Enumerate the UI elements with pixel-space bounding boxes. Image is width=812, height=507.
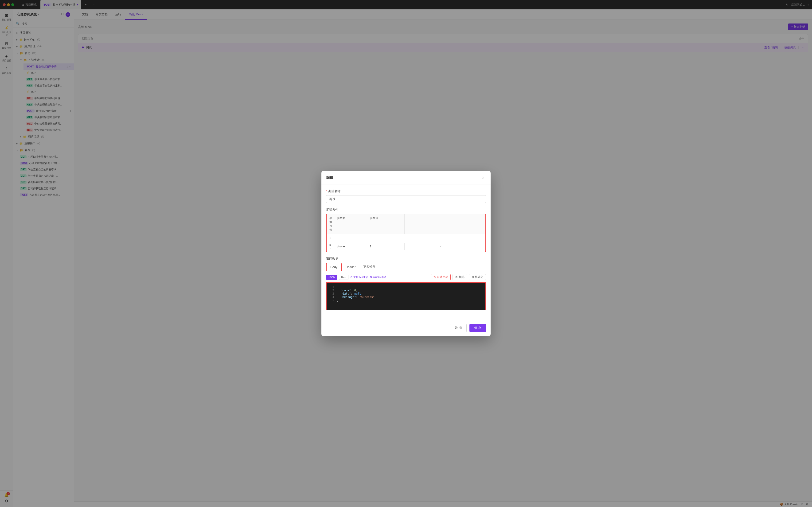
- preview-icon: 👁: [455, 276, 458, 279]
- condition-col-name: 参数名: [334, 214, 367, 234]
- save-button[interactable]: 保 存: [469, 324, 486, 332]
- format-button[interactable]: ⊞ 格式化: [469, 274, 486, 280]
- nunjucks-link[interactable]: Nunjucks 语法: [370, 275, 387, 279]
- auto-gen-icon: ↻: [433, 276, 436, 279]
- code-val-2: 0,: [354, 289, 358, 292]
- param-value-cell[interactable]: [367, 243, 405, 250]
- return-data-label: 返回数据: [326, 257, 486, 261]
- auto-gen-label: 自动生成: [437, 275, 448, 279]
- return-tab-header[interactable]: Header: [342, 263, 360, 271]
- line-num-1: 1: [330, 285, 334, 289]
- modal-close-button[interactable]: ×: [480, 175, 486, 180]
- condition-col-value: 参数值: [367, 214, 405, 234]
- condition-table: 参数位置 参数名 参数值 ≡ body query: [326, 214, 486, 252]
- delete-cell[interactable]: ×: [405, 243, 477, 250]
- period-name-section: 期望名称: [326, 189, 486, 203]
- code-key-3: "data": [341, 292, 351, 295]
- code-line-4: 4 "message": "success": [330, 295, 482, 299]
- position-select[interactable]: body query header: [330, 243, 331, 246]
- code-val-4: "success": [359, 295, 374, 299]
- code-indent-4: "message": "success": [337, 295, 375, 299]
- raw-format-btn[interactable]: Raw: [339, 275, 348, 280]
- drag-handle-icon[interactable]: ≡: [330, 236, 331, 239]
- return-tab-body[interactable]: Body: [326, 263, 342, 271]
- modal-title: 编辑: [326, 175, 333, 180]
- return-tab-more[interactable]: 更多设置: [359, 263, 379, 271]
- mock-support-icon: ⊙: [350, 276, 352, 279]
- return-data-tabs: Body Header 更多设置: [326, 263, 486, 271]
- format-label: 格式化: [475, 275, 483, 279]
- condition-section: 期望条件 参数位置 参数名 参数值 ≡ body: [326, 208, 486, 252]
- modal-footer: 取 消 保 存: [322, 320, 490, 336]
- condition-col-position: 参数位置: [327, 214, 334, 234]
- code-key-4: "message": [341, 295, 356, 299]
- drag-cell: ≡: [327, 234, 334, 241]
- modal-overlay[interactable]: 编辑 × 期望名称 期望条件 参数位置 参数名 参数值: [0, 0, 812, 507]
- period-name-label: 期望名称: [326, 189, 486, 193]
- line-num-5: 5: [330, 299, 334, 302]
- line-num-4: 4: [330, 295, 334, 299]
- condition-table-header: 参数位置 参数名 参数值: [327, 214, 485, 234]
- code-val-3: null,: [354, 292, 363, 295]
- code-line-3: 3 "data": null,: [330, 292, 482, 295]
- code-toolbar: JSON Raw ⊙ 支持 Mock.js Nunjucks 语法 ↻ 自动生成…: [326, 274, 486, 280]
- code-toolbar-right: ↻ 自动生成 👁 预览 ⊞ 格式化: [431, 274, 486, 280]
- condition-row: ≡ body query header ▾: [327, 234, 485, 251]
- code-line-5: 5 }: [330, 299, 482, 302]
- code-editor[interactable]: 1 { 2 "code": 0, 3 "data": null,: [326, 282, 486, 311]
- position-cell[interactable]: body query header ▾: [327, 241, 334, 251]
- code-text-1: {: [337, 285, 339, 289]
- code-text-5: }: [337, 299, 339, 302]
- auto-gen-button[interactable]: ↻ 自动生成: [431, 274, 451, 280]
- param-value-input[interactable]: [370, 245, 402, 248]
- code-indent-2: "code": 0,: [337, 289, 358, 292]
- code-colon-2: :: [351, 289, 354, 292]
- code-line-2: 2 "code": 0,: [330, 289, 482, 292]
- condition-col-actions: [405, 214, 477, 234]
- modal-header: 编辑 ×: [322, 171, 490, 184]
- modal: 编辑 × 期望名称 期望条件 参数位置 参数名 参数值: [322, 171, 490, 336]
- preview-label: 预览: [459, 275, 465, 279]
- mock-support-label: 支持 Mock.js: [353, 275, 368, 279]
- code-line-1: 1 {: [330, 285, 482, 289]
- param-name-input[interactable]: [337, 245, 364, 248]
- code-colon-3: :: [351, 292, 354, 295]
- return-data-section: 返回数据 Body Header 更多设置 JSON Raw ⊙ 支持 Mock…: [326, 257, 486, 311]
- preview-button[interactable]: 👁 预览: [453, 274, 467, 280]
- chevron-down-select-icon: ▾: [330, 247, 332, 249]
- condition-label: 期望条件: [326, 208, 486, 212]
- modal-body: 期望名称 期望条件 参数位置 参数名 参数值 ≡: [322, 184, 490, 320]
- param-name-cell[interactable]: [334, 243, 367, 250]
- cancel-button[interactable]: 取 消: [450, 324, 467, 332]
- code-colon-4: :: [356, 295, 359, 299]
- mock-support-info: ⊙ 支持 Mock.js: [350, 275, 368, 279]
- line-num-2: 2: [330, 289, 334, 292]
- format-icon: ⊞: [472, 276, 474, 279]
- line-num-3: 3: [330, 292, 334, 295]
- code-indent-3: "data": null,: [337, 292, 363, 295]
- code-key-2: "code": [341, 289, 351, 292]
- period-name-input[interactable]: [326, 195, 486, 203]
- json-format-btn[interactable]: JSON: [326, 275, 337, 280]
